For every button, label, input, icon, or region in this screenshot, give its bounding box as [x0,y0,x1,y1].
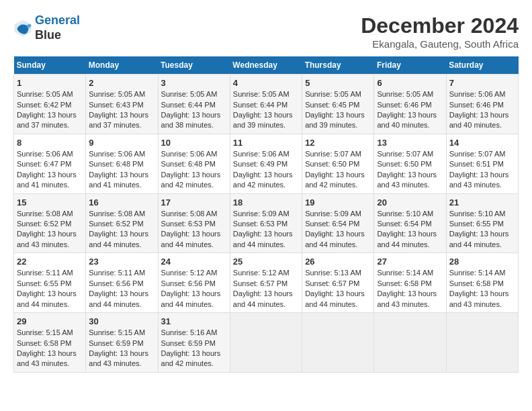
sunset: Sunset: 6:53 PM [161,220,216,228]
sunset: Sunset: 6:44 PM [233,101,287,109]
sunrise: Sunrise: 5:06 AM [233,150,290,158]
calendar-cell [230,313,302,373]
daylight: Daylight: 13 hours and 44 minutes. [17,289,77,308]
sunrise: Sunrise: 5:07 AM [305,150,361,158]
sunrise: Sunrise: 5:09 AM [305,210,361,218]
daylight: Daylight: 13 hours and 43 minutes. [17,230,77,248]
sunrise: Sunrise: 5:08 AM [17,210,73,218]
day-number: 3 [161,77,227,89]
sunset: Sunset: 6:48 PM [161,160,216,168]
logo-icon [13,19,32,38]
calendar-cell: 16Sunrise: 5:08 AMSunset: 6:52 PMDayligh… [86,193,158,253]
daylight: Daylight: 13 hours and 43 minutes. [377,289,437,308]
calendar-cell: 6Sunrise: 5:05 AMSunset: 6:46 PMDaylight… [374,75,446,134]
daylight: Daylight: 13 hours and 42 minutes. [161,349,221,367]
days-header-row: SundayMondayTuesdayWednesdayThursdayFrid… [14,56,519,75]
daylight: Daylight: 13 hours and 43 minutes. [449,289,509,308]
day-number: 26 [305,256,371,268]
calendar-cell: 31Sunrise: 5:16 AMSunset: 6:59 PMDayligh… [158,313,230,373]
sunset: Sunset: 6:54 PM [305,220,359,228]
daylight: Daylight: 13 hours and 41 minutes. [17,171,77,189]
calendar-cell: 23Sunrise: 5:11 AMSunset: 6:56 PMDayligh… [86,253,158,313]
sunset: Sunset: 6:44 PM [161,101,216,109]
sunrise: Sunrise: 5:10 AM [377,210,433,218]
calendar-cell: 10Sunrise: 5:06 AMSunset: 6:48 PMDayligh… [158,134,230,193]
logo: General Blue [13,13,80,42]
sunset: Sunset: 6:52 PM [89,220,143,228]
daylight: Daylight: 13 hours and 43 minutes. [449,171,509,189]
day-number: 11 [233,137,299,149]
sunset: Sunset: 6:47 PM [17,160,71,168]
daylight: Daylight: 13 hours and 43 minutes. [89,349,148,367]
calendar-cell: 20Sunrise: 5:10 AMSunset: 6:54 PMDayligh… [374,193,446,253]
sunset: Sunset: 6:52 PM [17,220,71,228]
sunrise: Sunrise: 5:08 AM [89,210,145,218]
day-number: 16 [89,197,154,209]
day-number: 4 [233,77,299,89]
calendar-cell: 3Sunrise: 5:05 AMSunset: 6:44 PMDaylight… [158,75,230,134]
sunrise: Sunrise: 5:05 AM [305,90,361,98]
sunrise: Sunrise: 5:05 AM [233,90,290,98]
day-number: 22 [17,256,83,268]
sunset: Sunset: 6:56 PM [89,279,143,287]
title-block: December 2024 Ekangala, Gauteng, South A… [361,13,519,50]
daylight: Daylight: 13 hours and 44 minutes. [161,230,221,248]
day-number: 13 [377,137,443,149]
sunset: Sunset: 6:50 PM [305,160,359,168]
sunrise: Sunrise: 5:15 AM [17,328,73,336]
calendar-cell: 27Sunrise: 5:14 AMSunset: 6:58 PMDayligh… [374,253,446,313]
day-number: 20 [377,197,443,209]
daylight: Daylight: 13 hours and 44 minutes. [449,230,509,248]
subtitle: Ekangala, Gauteng, South Africa [361,38,519,50]
sunrise: Sunrise: 5:14 AM [449,269,506,277]
sunrise: Sunrise: 5:09 AM [233,210,290,218]
sunset: Sunset: 6:55 PM [449,220,504,228]
sunset: Sunset: 6:58 PM [17,339,71,347]
daylight: Daylight: 13 hours and 43 minutes. [17,349,77,367]
sunset: Sunset: 6:55 PM [17,279,71,287]
calendar-cell: 15Sunrise: 5:08 AMSunset: 6:52 PMDayligh… [14,193,86,253]
sunset: Sunset: 6:43 PM [89,101,143,109]
sunrise: Sunrise: 5:06 AM [449,90,506,98]
page-header: General Blue December 2024 Ekangala, Gau… [13,13,519,50]
daylight: Daylight: 13 hours and 40 minutes. [377,111,437,129]
week-row-2: 8Sunrise: 5:06 AMSunset: 6:47 PMDaylight… [14,134,519,193]
sunset: Sunset: 6:51 PM [449,160,504,168]
calendar-cell [302,313,374,373]
calendar-cell: 30Sunrise: 5:15 AMSunset: 6:59 PMDayligh… [86,313,158,373]
calendar-cell: 4Sunrise: 5:05 AMSunset: 6:44 PMDaylight… [230,75,302,134]
day-number: 8 [17,137,83,149]
day-number: 25 [233,256,299,268]
day-number: 18 [233,197,299,209]
calendar-cell: 28Sunrise: 5:14 AMSunset: 6:58 PMDayligh… [446,253,518,313]
sunrise: Sunrise: 5:11 AM [17,269,73,277]
sunrise: Sunrise: 5:07 AM [449,150,506,158]
logo-text: General Blue [35,13,80,42]
day-header-wednesday: Wednesday [230,56,302,75]
sunrise: Sunrise: 5:05 AM [17,90,73,98]
calendar-cell: 13Sunrise: 5:07 AMSunset: 6:50 PMDayligh… [374,134,446,193]
sunrise: Sunrise: 5:07 AM [377,150,433,158]
calendar-cell: 25Sunrise: 5:12 AMSunset: 6:57 PMDayligh… [230,253,302,313]
sunset: Sunset: 6:59 PM [89,339,143,347]
day-number: 14 [449,137,515,149]
daylight: Daylight: 13 hours and 44 minutes. [305,289,365,308]
daylight: Daylight: 13 hours and 39 minutes. [305,111,365,129]
sunrise: Sunrise: 5:14 AM [377,269,433,277]
week-row-5: 29Sunrise: 5:15 AMSunset: 6:58 PMDayligh… [14,313,519,373]
sunrise: Sunrise: 5:05 AM [377,90,433,98]
sunrise: Sunrise: 5:16 AM [161,328,218,336]
sunset: Sunset: 6:59 PM [161,339,216,347]
sunrise: Sunrise: 5:08 AM [161,210,218,218]
day-number: 23 [89,256,154,268]
day-header-tuesday: Tuesday [158,56,230,75]
daylight: Daylight: 13 hours and 44 minutes. [89,230,148,248]
sunrise: Sunrise: 5:10 AM [449,210,506,218]
day-number: 9 [89,137,154,149]
day-number: 1 [17,77,83,89]
daylight: Daylight: 13 hours and 38 minutes. [161,111,221,129]
daylight: Daylight: 13 hours and 42 minutes. [161,171,221,189]
sunset: Sunset: 6:54 PM [377,220,431,228]
calendar-cell [446,313,518,373]
calendar-cell: 18Sunrise: 5:09 AMSunset: 6:53 PMDayligh… [230,193,302,253]
